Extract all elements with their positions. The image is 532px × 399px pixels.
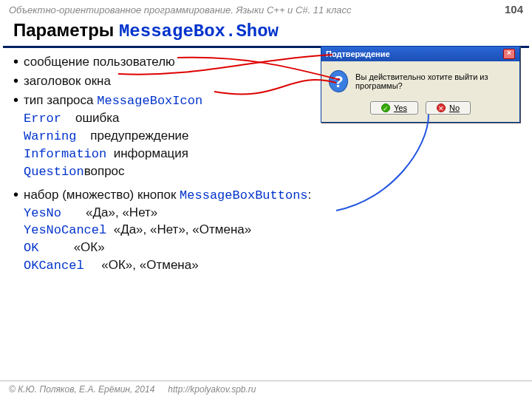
btn-okcancel-code: OKCancel [24, 259, 84, 273]
icon-row-warning: Warning предупреждение [24, 128, 526, 146]
icon-information-ru: информация [114, 146, 188, 160]
btn-yesnocancel-ru: «Да», «Нет», «Отмена» [114, 222, 252, 236]
question-icon: ? [329, 70, 348, 92]
bullet-4-code: MessageBoxButtons [180, 188, 307, 202]
yes-label: Yes [394, 103, 407, 112]
btn-yesno-code: YesNo [24, 206, 61, 220]
bullet-4-prefix: набор (множество) кнопок [24, 188, 180, 202]
icon-question-ru: вопрос [84, 164, 125, 178]
btn-yesno-ru: «Да», «Нет» [86, 205, 157, 219]
icon-row-question: Questionвопрос [24, 163, 526, 181]
bullet-4-suffix: : [308, 188, 312, 202]
bullet-dot: • [13, 92, 24, 110]
message-box-dialog: Подтверждение × ? Вы действительно хотит… [321, 46, 520, 123]
copyright: © К.Ю. Поляков, Е.А. Ерёмин, 2014 [9, 384, 154, 395]
dialog-body: ? Вы действительно хотите выйти из прогр… [321, 61, 519, 97]
icon-warning-ru: предупреждение [90, 129, 188, 143]
cross-icon: ✕ [437, 103, 446, 112]
header: Объектно-ориентированное программировани… [0, 0, 532, 17]
bullet-dot: • [13, 187, 24, 205]
footer: © К.Ю. Поляков, Е.А. Ерёмин, 2014 http:/… [0, 381, 532, 395]
btn-row-ok: OK «ОК» [24, 239, 526, 257]
icon-row-information: Information информация [24, 146, 526, 163]
bullet-4: • набор (множество) кнопок MessageBoxBut… [13, 187, 526, 205]
course-label: Объектно-ориентированное программировани… [9, 4, 505, 16]
dialog-message: Вы действительно хотите выйти из програм… [355, 72, 512, 90]
btn-yesnocancel-code: YesNoCancel [24, 223, 106, 237]
footer-url: http://kpolyakov.spb.ru [168, 384, 256, 395]
icon-error-ru: ошибка [75, 111, 120, 125]
dialog-buttons: ✓ Yes ✕ No [321, 97, 519, 122]
btn-row-okcancel: OKCancel «ОК», «Отмена» [24, 257, 526, 275]
btn-okcancel-ru: «ОК», «Отмена» [101, 258, 198, 272]
no-button[interactable]: ✕ No [426, 101, 471, 115]
btn-row-yesnocancel: YesNoCancel «Да», «Нет», «Отмена» [24, 222, 526, 239]
page-number: 104 [505, 3, 523, 16]
bullet-3-code: MessageBoxIcon [97, 94, 202, 108]
btn-ok-code: OK [24, 241, 38, 255]
dialog-title-text: Подтверждение [326, 50, 503, 58]
icon-error-code: Error [24, 112, 61, 126]
check-icon: ✓ [381, 103, 390, 112]
title-prefix: Параметры [13, 20, 119, 40]
no-label: No [449, 103, 460, 112]
icon-warning-code: Warning [24, 129, 76, 143]
btn-row-yesno: YesNo «Да», «Нет» [24, 205, 526, 222]
yes-button[interactable]: ✓ Yes [370, 101, 418, 115]
title-code: MessageBox.Show [119, 21, 279, 41]
btn-ok-ru: «ОК» [74, 240, 105, 254]
page-title: Параметры MessageBox.Show [3, 17, 529, 48]
bullet-dot: • [13, 54, 24, 71]
icon-information-code: Information [24, 147, 106, 161]
bullet-dot: • [13, 73, 24, 90]
close-icon[interactable]: × [503, 49, 515, 59]
dialog-titlebar: Подтверждение × [321, 47, 519, 61]
icon-question-code: Question [24, 165, 84, 179]
bullet-3-prefix: тип запроса [24, 93, 97, 107]
